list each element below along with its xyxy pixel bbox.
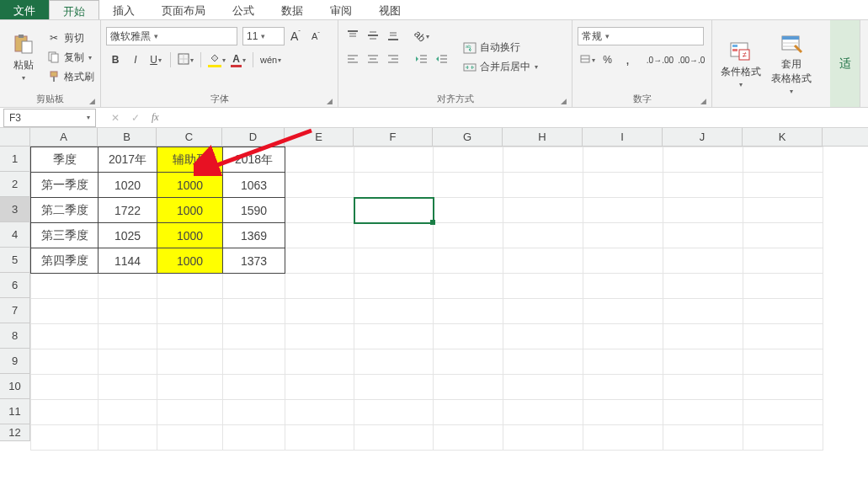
- cell-H6[interactable]: [503, 274, 583, 299]
- cell-C6[interactable]: [157, 274, 223, 299]
- cell-A12[interactable]: [31, 425, 99, 451]
- col-header-D[interactable]: D: [222, 128, 285, 146]
- cell-B7[interactable]: [99, 299, 157, 324]
- cell-D4[interactable]: 1369: [223, 223, 285, 248]
- cell-F7[interactable]: [354, 299, 434, 324]
- row-header-2[interactable]: 2: [0, 172, 29, 197]
- align-middle-button[interactable]: [364, 27, 382, 45]
- cell-A6[interactable]: [31, 274, 99, 299]
- cell-B2[interactable]: 1020: [99, 173, 157, 198]
- cell-A4[interactable]: 第三季度: [31, 223, 99, 248]
- comma-button[interactable]: ,: [618, 51, 636, 69]
- cell-J8[interactable]: [663, 324, 743, 349]
- cell-J5[interactable]: [663, 248, 743, 274]
- tab-file[interactable]: 文件: [0, 0, 49, 19]
- row-header-11[interactable]: 11: [0, 399, 29, 424]
- cell-E12[interactable]: [285, 425, 354, 451]
- cell-K8[interactable]: [743, 324, 823, 349]
- wrap-text-button[interactable]: ab 自动换行: [461, 40, 540, 56]
- decrease-font-button[interactable]: Aˇ: [306, 27, 325, 45]
- col-header-I[interactable]: I: [583, 128, 663, 146]
- cell-I3[interactable]: [583, 198, 663, 223]
- cell-D7[interactable]: [223, 299, 285, 324]
- cell-C11[interactable]: [157, 400, 223, 425]
- row-header-12[interactable]: 12: [0, 424, 29, 441]
- col-header-G[interactable]: G: [433, 128, 503, 146]
- cell-J12[interactable]: [663, 425, 743, 451]
- conditional-format-button[interactable]: ≠ 条件格式 ▾: [717, 24, 764, 104]
- font-launcher[interactable]: ◢: [327, 97, 333, 105]
- col-header-A[interactable]: A: [30, 128, 98, 146]
- cell-A7[interactable]: [31, 299, 99, 324]
- cell-H7[interactable]: [503, 299, 583, 324]
- name-box[interactable]: F3 ▾: [3, 109, 96, 127]
- cell-E6[interactable]: [285, 274, 354, 299]
- increase-indent-button[interactable]: [433, 51, 451, 69]
- cell-F5[interactable]: [354, 248, 434, 274]
- cell-B9[interactable]: [99, 349, 157, 375]
- cell-J2[interactable]: [663, 173, 743, 198]
- cell-I10[interactable]: [583, 375, 663, 400]
- col-header-J[interactable]: J: [663, 128, 743, 146]
- align-left-button[interactable]: [343, 51, 362, 69]
- format-as-table-button[interactable]: 套用 表格格式 ▾: [768, 24, 815, 104]
- cell-F11[interactable]: [354, 400, 434, 425]
- phonetic-button[interactable]: wén▾: [258, 51, 283, 69]
- number-format-combo[interactable]: 常规▾: [578, 27, 704, 45]
- cell-G6[interactable]: [434, 274, 503, 299]
- borders-button[interactable]: ▾: [176, 51, 195, 69]
- cell-C7[interactable]: [157, 299, 223, 324]
- align-bottom-button[interactable]: [384, 27, 402, 45]
- cell-B5[interactable]: 1144: [99, 248, 157, 274]
- cell-G11[interactable]: [434, 400, 503, 425]
- tab-formulas[interactable]: 公式: [219, 0, 268, 19]
- cell-D9[interactable]: [223, 349, 285, 375]
- cell-A5[interactable]: 第四季度: [31, 248, 99, 274]
- tab-page-layout[interactable]: 页面布局: [148, 0, 219, 19]
- cell-F10[interactable]: [354, 375, 434, 400]
- cell-H9[interactable]: [503, 349, 583, 375]
- formula-input[interactable]: [171, 109, 868, 127]
- tab-review[interactable]: 审阅: [317, 0, 365, 19]
- cell-D6[interactable]: [223, 274, 285, 299]
- col-header-B[interactable]: B: [98, 128, 157, 146]
- cell-I8[interactable]: [583, 324, 663, 349]
- cell-J11[interactable]: [663, 400, 743, 425]
- number-launcher[interactable]: ◢: [700, 97, 706, 105]
- cell-E7[interactable]: [285, 299, 354, 324]
- cell-G9[interactable]: [434, 349, 503, 375]
- cell-I5[interactable]: [583, 248, 663, 274]
- col-header-F[interactable]: F: [354, 128, 433, 146]
- cell-G3[interactable]: [434, 198, 503, 223]
- cell-K3[interactable]: [743, 198, 823, 223]
- cell-C2[interactable]: 1000: [157, 173, 223, 198]
- cell-H11[interactable]: [503, 400, 583, 425]
- row-header-4[interactable]: 4: [0, 222, 29, 248]
- cell-G4[interactable]: [434, 223, 503, 248]
- cell-D10[interactable]: [223, 375, 285, 400]
- orientation-button[interactable]: ab▾: [413, 27, 431, 45]
- cell-H8[interactable]: [503, 324, 583, 349]
- cell-A8[interactable]: [31, 324, 99, 349]
- cell-A9[interactable]: [31, 349, 99, 375]
- row-header-3[interactable]: 3: [0, 197, 29, 222]
- cell-E10[interactable]: [285, 375, 354, 400]
- row-header-6[interactable]: 6: [0, 273, 29, 298]
- cell-I1[interactable]: [583, 147, 663, 173]
- cell-G10[interactable]: [434, 375, 503, 400]
- clipboard-launcher[interactable]: ◢: [89, 97, 95, 105]
- select-all-corner[interactable]: [0, 128, 30, 147]
- col-header-C[interactable]: C: [157, 128, 222, 146]
- row-header-5[interactable]: 5: [0, 248, 29, 273]
- cell-G7[interactable]: [434, 299, 503, 324]
- cell-F4[interactable]: [354, 223, 434, 248]
- tab-data[interactable]: 数据: [268, 0, 317, 19]
- cell-F6[interactable]: [354, 274, 434, 299]
- align-right-button[interactable]: [384, 51, 402, 69]
- cell-K11[interactable]: [743, 400, 823, 425]
- alignment-launcher[interactable]: ◢: [561, 97, 567, 105]
- underline-button[interactable]: U▾: [146, 51, 165, 69]
- cell-D3[interactable]: 1590: [223, 198, 285, 223]
- cell-B4[interactable]: 1025: [99, 223, 157, 248]
- cell-H12[interactable]: [503, 425, 583, 451]
